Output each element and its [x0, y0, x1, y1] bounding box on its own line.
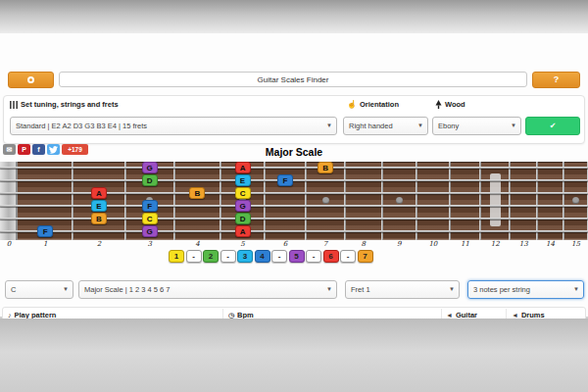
fret-number-4: 4 [190, 240, 204, 249]
note-marker-F-string4-fret3: F [142, 200, 158, 212]
fret-number-9: 9 [392, 240, 406, 249]
note-marker-F-string6-fret1: F [37, 225, 53, 237]
fret-wire-7 [344, 162, 346, 240]
chevron-down-icon: ▼ [63, 281, 69, 298]
speaker-icon: ◄ [446, 312, 453, 318]
guitar-string-2 [0, 179, 588, 181]
degree-box-7: 7 [358, 250, 373, 263]
fret-wire-6 [305, 162, 307, 240]
settings-button[interactable] [8, 72, 54, 88]
sliders-icon [10, 101, 18, 109]
fretboard: GABDEFABCEFGBCDFGA [0, 162, 588, 240]
scale-title: Major Scale [0, 146, 588, 158]
degree-box-4: 4 [255, 250, 270, 263]
help-button[interactable]: ? [532, 72, 580, 88]
app-window: ? Set tuning, strings and frets ☝ Orient… [0, 0, 588, 392]
settings-panel: Set tuning, strings and frets ☝ Orientat… [3, 95, 585, 144]
fret-number-1: 1 [38, 240, 52, 249]
fret-wire-3 [173, 162, 175, 240]
fret-number-0: 0 [2, 240, 16, 249]
note-marker-E-string2-fret5: E [235, 174, 251, 186]
help-icon: ? [554, 75, 560, 84]
note-marker-B-string5-fret2: B [91, 213, 107, 224]
fret-wire-12 [509, 162, 511, 240]
chevron-down-icon: ▼ [326, 281, 332, 298]
fret-wire-8 [381, 162, 383, 240]
note-marker-D-string5-fret5: D [235, 213, 251, 224]
app-area: ? Set tuning, strings and frets ☝ Orient… [0, 33, 588, 317]
note-marker-A-string1-fret5: A [235, 162, 251, 173]
hand-icon: ☝ [347, 101, 357, 109]
note-marker-D-string2-fret3: D [142, 174, 158, 186]
chevron-down-icon: ▼ [573, 281, 579, 298]
scale-controls-row: C ▼ Major Scale | 1 2 3 4 5 6 7 ▼ Fret 1… [0, 280, 588, 300]
degree-box-1: 1 [169, 250, 184, 263]
fret-number-7: 7 [318, 240, 332, 249]
chevron-down-icon: ▼ [449, 281, 455, 298]
guitar-string-3 [0, 192, 588, 194]
notes-per-string-select[interactable]: 3 notes per string ▼ [467, 280, 584, 299]
target-circle-icon [27, 76, 34, 83]
tree-icon [435, 100, 442, 109]
note-marker-G-string4-fret5: G [235, 200, 251, 212]
chevron-down-icon: ▼ [417, 118, 423, 134]
note-marker-A-string6-fret5: A [235, 225, 251, 237]
inlay-dot-fret-15 [572, 197, 579, 204]
fret-wire-10 [449, 162, 451, 240]
degree-box-6: 6 [323, 250, 339, 263]
fret-position-select[interactable]: Fret 1 ▼ [345, 280, 460, 299]
guitar-string-1 [0, 167, 588, 169]
note-marker-G-string1-fret3: G [142, 162, 158, 173]
note-marker-C-string3-fret5: C [235, 187, 251, 199]
speaker-icon: ◄ [512, 312, 518, 318]
chevron-down-icon: ▼ [511, 118, 516, 134]
tuning-select[interactable]: Standard | E2 A2 D3 G3 B3 E4 | 15 frets … [10, 117, 337, 135]
fret-number-10: 10 [426, 240, 440, 249]
orientation-select[interactable]: Right handed ▼ [343, 117, 428, 135]
bottom-gradient-bar [0, 318, 588, 392]
note-marker-G-string6-fret3: G [142, 225, 158, 237]
fret-wire-13 [536, 162, 538, 240]
fret-number-11: 11 [458, 240, 471, 249]
tuning-label: Set tuning, strings and frets [10, 100, 119, 109]
check-icon: ✔ [550, 122, 557, 130]
note-marker-B-string3-fret4: B [189, 187, 205, 199]
fret-number-6: 6 [278, 240, 292, 249]
degree-separator: - [271, 250, 287, 263]
fret-wire-4 [220, 162, 221, 240]
scale-select[interactable]: Major Scale | 1 2 3 4 5 6 7 ▼ [78, 280, 337, 299]
degree-separator: - [220, 250, 236, 263]
fret-wire-2 [124, 162, 126, 240]
guitar-string-6 [0, 230, 588, 232]
fret-number-12: 12 [488, 240, 502, 249]
note-marker-F-string2-fret6: F [277, 174, 293, 186]
fret-number-13: 13 [516, 240, 530, 249]
music-note-icon: ♪ [8, 312, 12, 318]
fret-number-5: 5 [236, 240, 250, 249]
degree-separator: - [340, 250, 356, 263]
fretboard-nut [0, 162, 18, 240]
fret-wire-14 [563, 162, 564, 240]
guitar-string-4 [0, 205, 588, 207]
fret-wire-11 [479, 162, 481, 240]
degree-box-3: 3 [237, 250, 253, 263]
app-title-input[interactable] [59, 72, 527, 87]
guitar-string-5 [0, 218, 588, 220]
degree-separator: - [186, 250, 202, 263]
note-marker-A-string3-fret2: A [91, 187, 107, 199]
inlay-dot-fret-7 [322, 197, 329, 204]
fret-number-15: 15 [568, 240, 582, 249]
degree-box-2: 2 [203, 250, 219, 263]
fret-wire-5 [264, 162, 266, 240]
fret-numbers-row: 0123456789101112131415 [0, 240, 588, 249]
degree-box-5: 5 [289, 250, 305, 263]
note-marker-E-string4-fret2: E [91, 200, 107, 212]
wood-select[interactable]: Ebony ▼ [432, 117, 521, 135]
fret-number-8: 8 [357, 240, 370, 249]
top-gradient-bar [0, 0, 588, 33]
apply-settings-button[interactable]: ✔ [525, 117, 580, 135]
root-note-select[interactable]: C ▼ [5, 280, 74, 299]
orientation-label: ☝ Orientation [347, 100, 399, 109]
fret-number-2: 2 [92, 240, 106, 249]
scale-degree-row: 1-2-34-5-6-7 [169, 250, 373, 263]
